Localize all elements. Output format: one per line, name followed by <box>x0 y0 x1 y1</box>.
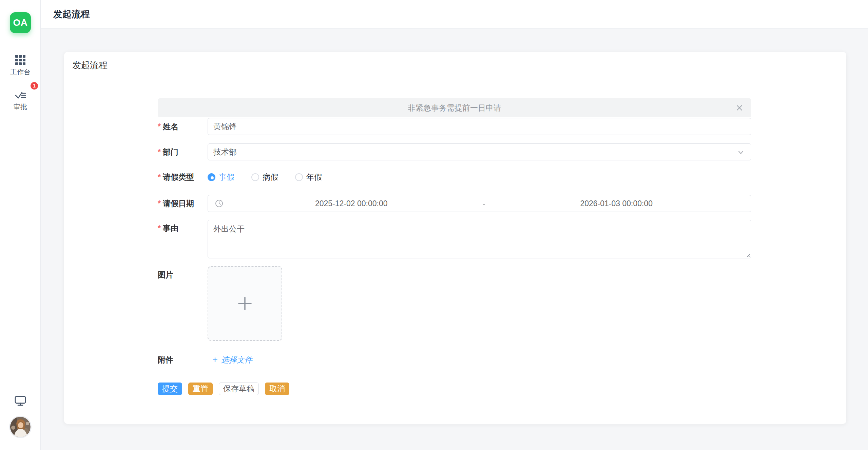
radio-personal-leave[interactable]: 事假 <box>208 172 234 182</box>
required-asterisk: * <box>158 173 161 181</box>
radio-label: 事假 <box>219 172 234 182</box>
field-label-attachment: 附件 <box>158 355 208 365</box>
process-card: 发起流程 非紧急事务需提前一日申请 *姓名 <box>64 52 846 424</box>
cancel-button[interactable]: 取消 <box>265 383 289 395</box>
reason-value: 外出公干 <box>213 224 245 233</box>
sidebar: OA 工作台 1 审批 <box>0 0 41 450</box>
field-label-name: *姓名 <box>158 121 208 132</box>
field-label-department: *部门 <box>158 147 208 157</box>
sidebar-item-label: 审批 <box>0 102 41 112</box>
radio-dot <box>208 173 215 181</box>
name-input[interactable] <box>208 118 751 135</box>
form-row-image: 图片 <box>158 266 751 341</box>
card-header: 发起流程 <box>64 52 846 79</box>
required-asterisk: * <box>158 122 161 131</box>
form-actions: 提交 重置 保存草稿 取消 <box>158 383 751 395</box>
image-upload-button[interactable] <box>208 266 282 341</box>
date-end-value[interactable]: 2026-01-03 00:00:00 <box>491 199 742 208</box>
radio-label: 年假 <box>306 172 322 182</box>
field-label-reason: *事由 <box>158 220 208 234</box>
reason-textarea[interactable]: 外出公干 <box>208 220 751 258</box>
radio-label: 病假 <box>263 172 278 182</box>
form-row-leave-date: *请假日期 2025-12-02 00:00:00 - 2026-01-03 0… <box>158 195 751 212</box>
field-label-leave-type: *请假类型 <box>158 172 208 182</box>
department-select-value[interactable] <box>208 143 751 160</box>
date-range-separator: - <box>477 199 491 208</box>
sidebar-item-workbench[interactable]: 工作台 <box>0 55 41 77</box>
page-header: 发起流程 <box>41 0 868 28</box>
required-asterisk: * <box>158 148 161 156</box>
department-select[interactable] <box>208 143 751 160</box>
plus-icon: + <box>212 355 218 365</box>
required-asterisk: * <box>158 199 161 208</box>
leave-type-radio-group: 事假 病假 年假 <box>208 172 339 182</box>
main-content: 发起流程 非紧急事务需提前一日申请 *姓名 <box>41 29 868 450</box>
app-root: OA 工作台 1 审批 <box>0 0 868 450</box>
radio-annual-leave[interactable]: 年假 <box>295 172 322 182</box>
form-row-name: *姓名 <box>158 118 751 135</box>
form-row-department: *部门 <box>158 143 751 160</box>
close-icon[interactable] <box>735 103 744 112</box>
notice-banner: 非紧急事务需提前一日申请 <box>158 98 751 117</box>
form-row-reason: *事由 外出公干 <box>158 220 751 258</box>
app-logo-text: OA <box>13 17 28 28</box>
radio-dot <box>295 173 303 181</box>
field-label-image: 图片 <box>158 266 208 280</box>
monitor-icon[interactable] <box>0 395 41 406</box>
date-range-picker[interactable]: 2025-12-02 00:00:00 - 2026-01-03 00:00:0… <box>208 195 751 212</box>
choose-file-link[interactable]: + 选择文件 <box>208 355 252 365</box>
resize-handle[interactable] <box>745 252 750 257</box>
submit-button[interactable]: 提交 <box>158 383 182 395</box>
notice-text: 非紧急事务需提前一日申请 <box>408 103 501 113</box>
app-logo[interactable]: OA <box>10 12 31 33</box>
save-draft-button[interactable]: 保存草稿 <box>219 383 259 395</box>
sidebar-item-label: 工作台 <box>0 67 41 77</box>
radio-dot <box>251 173 259 181</box>
sidebar-item-approval[interactable]: 1 审批 <box>0 90 41 112</box>
page-title: 发起流程 <box>53 8 90 20</box>
card-title: 发起流程 <box>72 59 108 71</box>
avatar-image <box>10 417 31 437</box>
form-row-leave-type: *请假类型 事假 病假 年假 <box>158 170 751 184</box>
form-row-attachment: 附件 + 选择文件 <box>158 354 751 366</box>
reset-button[interactable]: 重置 <box>188 383 213 395</box>
avatar[interactable] <box>10 417 31 437</box>
radio-sick-leave[interactable]: 病假 <box>251 172 278 182</box>
grid-icon <box>15 55 25 65</box>
plus-icon <box>237 295 253 312</box>
required-asterisk: * <box>158 224 161 233</box>
choose-file-label: 选择文件 <box>221 355 252 365</box>
clock-icon <box>215 199 224 208</box>
field-label-leave-date: *请假日期 <box>158 198 208 209</box>
date-start-value[interactable]: 2025-12-02 00:00:00 <box>226 199 477 208</box>
notification-badge: 1 <box>31 82 38 90</box>
check-list-icon <box>15 90 26 100</box>
